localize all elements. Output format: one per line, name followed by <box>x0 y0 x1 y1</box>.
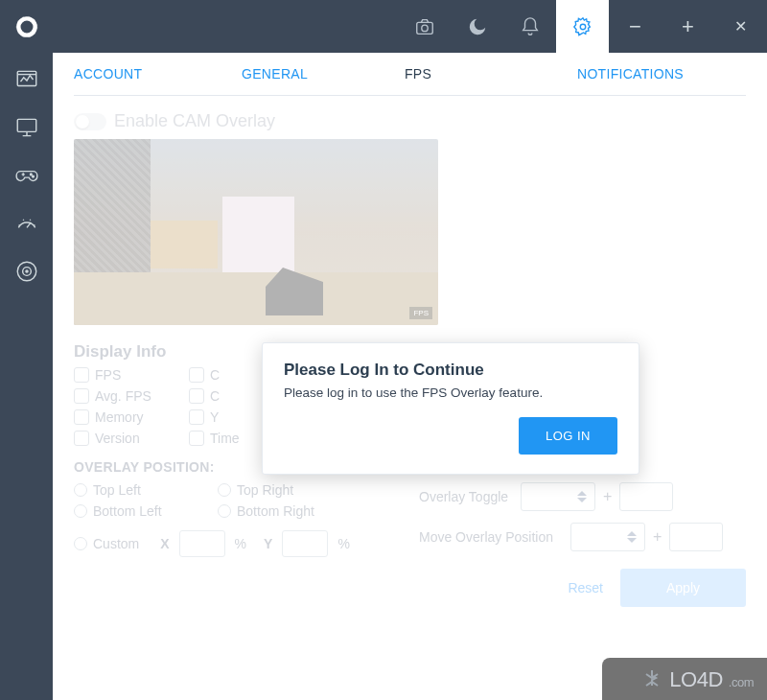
content-area: ACCOUNT GENERAL FPS NOTIFICATIONS Enable… <box>53 53 767 700</box>
plus-icon-1: + <box>603 488 612 505</box>
percent-label-1: % <box>235 536 246 551</box>
custom-y-input[interactable] <box>282 530 328 557</box>
tab-general[interactable]: GENERAL <box>242 66 405 82</box>
radio-bottom-left[interactable]: Bottom Left <box>74 503 218 519</box>
radio-custom[interactable]: Custom <box>74 536 139 551</box>
shortcut-move-overlay-row: Move Overlay Position + <box>419 523 746 551</box>
checkbox-memory[interactable]: Memory <box>74 409 189 425</box>
radio-top-left[interactable]: Top Left <box>74 482 218 498</box>
radio-bottom-right[interactable]: Bottom Right <box>218 503 361 519</box>
bell-icon[interactable] <box>503 0 556 53</box>
svg-point-8 <box>32 175 34 177</box>
app-logo <box>0 14 53 39</box>
modal-body: Please log in to use the FPS Overlay fea… <box>284 385 617 400</box>
watermark: LO4D.com <box>602 658 767 700</box>
reset-button[interactable]: Reset <box>568 580 603 595</box>
overlay-preview-image: FPS <box>74 139 438 325</box>
enable-overlay-toggle-row: Enable CAM Overlay <box>74 111 746 131</box>
checkbox-avg-fps[interactable]: Avg. FPS <box>74 388 189 404</box>
action-buttons: Reset Apply <box>419 569 746 607</box>
tab-account[interactable]: ACCOUNT <box>74 66 242 82</box>
camera-icon[interactable] <box>398 0 451 53</box>
overlay-toggle-modifier-select[interactable] <box>521 482 595 511</box>
svg-point-11 <box>25 270 27 272</box>
tab-notifications[interactable]: NOTIFICATIONS <box>577 66 684 82</box>
tab-bar: ACCOUNT GENERAL FPS NOTIFICATIONS <box>74 53 746 96</box>
overlay-toggle-key-input[interactable] <box>619 482 673 511</box>
sidebar-item-games[interactable] <box>13 162 40 189</box>
radio-top-right[interactable]: Top Right <box>218 482 361 498</box>
sidebar-item-overclock[interactable] <box>13 210 40 237</box>
sidebar <box>0 53 53 700</box>
modal-title: Please Log In to Continue <box>284 361 617 380</box>
sidebar-item-dashboard[interactable] <box>13 66 40 93</box>
svg-rect-2 <box>416 22 432 34</box>
move-overlay-key-input[interactable] <box>669 523 723 551</box>
overlay-position-custom-row: Custom X % Y % <box>74 530 381 557</box>
svg-rect-6 <box>17 119 36 131</box>
window-minimize-button[interactable]: − <box>609 0 662 53</box>
login-modal: Please Log In to Continue Please log in … <box>262 342 639 475</box>
watermark-text: LO4D <box>669 667 722 692</box>
svg-rect-5 <box>17 71 36 85</box>
main-container: ACCOUNT GENERAL FPS NOTIFICATIONS Enable… <box>0 53 767 700</box>
moon-icon[interactable] <box>451 0 503 53</box>
move-overlay-modifier-select[interactable] <box>570 523 645 551</box>
checkbox-version[interactable]: Version <box>74 431 189 446</box>
watermark-suffix: .com <box>729 675 754 689</box>
apply-button[interactable]: Apply <box>620 569 746 607</box>
shortcut-overlay-toggle-row: Overlay Toggle + <box>419 482 746 511</box>
enable-overlay-label: Enable CAM Overlay <box>114 111 275 131</box>
titlebar: − + ✕ <box>0 0 767 53</box>
sidebar-item-monitor[interactable] <box>13 114 40 141</box>
overlay-position-radios: Top Left Top Right Bottom Left Bottom Ri… <box>74 482 381 519</box>
enable-overlay-toggle[interactable] <box>74 113 106 130</box>
custom-x-input[interactable] <box>179 530 225 557</box>
svg-point-3 <box>421 25 427 31</box>
tab-fps[interactable]: FPS <box>405 66 577 82</box>
y-label: Y <box>264 536 272 551</box>
settings-icon[interactable] <box>556 0 609 53</box>
window-maximize-button[interactable]: + <box>662 0 714 53</box>
checkbox-fps[interactable]: FPS <box>74 367 189 383</box>
percent-label-2: % <box>337 536 349 551</box>
svg-point-7 <box>30 174 32 175</box>
svg-point-0 <box>18 18 35 35</box>
x-label: X <box>160 536 169 551</box>
login-button[interactable]: LOG IN <box>519 417 617 455</box>
svg-point-4 <box>580 24 586 30</box>
plus-icon-2: + <box>653 528 662 546</box>
sidebar-item-build[interactable] <box>13 258 40 285</box>
window-close-button[interactable]: ✕ <box>714 0 767 53</box>
